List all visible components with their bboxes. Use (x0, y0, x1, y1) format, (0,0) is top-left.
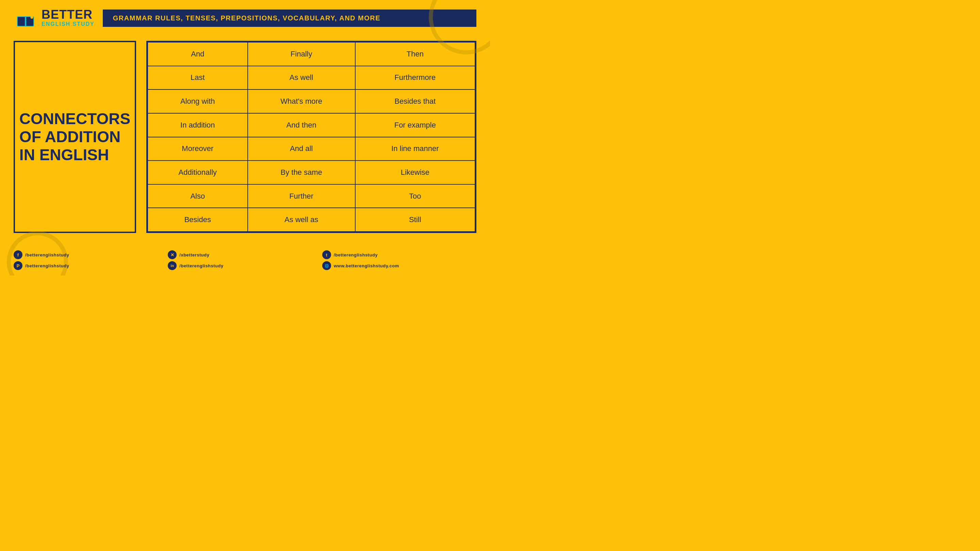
footer-twitter: ✕ /xbetterstudy (168, 250, 322, 259)
logo-area: BETTER ENGLISH STUDY (14, 6, 95, 30)
table-cell: In line manner (355, 137, 475, 161)
facebook-icon: f (14, 250, 22, 259)
footer-col-2: ✕ /xbetterstudy in /betterenglishstudy (168, 250, 322, 270)
table-cell: And (148, 42, 248, 66)
table-cell: In addition (148, 113, 248, 137)
table-cell: Likewise (355, 160, 475, 184)
svg-point-6 (30, 16, 33, 19)
table-cell: Besides (148, 208, 248, 232)
header-banner: GRAMMAR RULES, TENSES, PREPOSITIONS, VOC… (103, 10, 476, 27)
logo-english-study: ENGLISH STUDY (41, 21, 95, 27)
table-cell: And then (248, 113, 355, 137)
table-row: BesidesAs well asStill (148, 208, 475, 232)
table-row: AdditionallyBy the sameLikewise (148, 160, 475, 184)
table-container: AndFinallyThenLastAs wellFurthermoreAlon… (146, 41, 476, 233)
table-cell: Last (148, 66, 248, 90)
table-cell: As well as (248, 208, 355, 232)
left-box: CONNECTORS OF ADDITION IN ENGLISH (14, 41, 136, 233)
table-cell: Along with (148, 89, 248, 113)
linkedin-text: /betterenglishstudy (179, 263, 223, 268)
footer-linkedin: in /betterenglishstudy (168, 261, 322, 270)
table-cell: Furthermore (355, 66, 475, 90)
table-cell: Additionally (148, 160, 248, 184)
svg-rect-3 (25, 16, 26, 27)
left-title: CONNECTORS OF ADDITION IN ENGLISH (19, 110, 130, 164)
connectors-table: AndFinallyThenLastAs wellFurthermoreAlon… (147, 42, 476, 232)
table-cell: For example (355, 113, 475, 137)
table-cell: Still (355, 208, 475, 232)
table-row: AndFinallyThen (148, 42, 475, 66)
table-row: AlsoFurtherToo (148, 184, 475, 208)
table-cell: What's more (248, 89, 355, 113)
table-cell: Also (148, 184, 248, 208)
table-cell: By the same (248, 160, 355, 184)
footer-facebook: f /betterenglishstudy (14, 250, 168, 259)
table-cell: As well (248, 66, 355, 90)
twitter-icon: ✕ (168, 250, 177, 259)
footer-website: 🌐 www.betterenglishstudy.com (322, 261, 476, 270)
main-content: CONNECTORS OF ADDITION IN ENGLISH AndFin… (0, 34, 490, 240)
table-row: MoreoverAnd allIn line manner (148, 137, 475, 161)
logo-icon (14, 6, 37, 30)
footer: f /betterenglishstudy P /betterenglishst… (0, 245, 490, 275)
table-row: LastAs wellFurthermore (148, 66, 475, 90)
website-icon: 🌐 (322, 261, 331, 270)
table-cell: Besides that (355, 89, 475, 113)
tumblr-icon: t (322, 250, 331, 259)
pinterest-text: /betterenglishstudy (25, 263, 69, 268)
footer-pinterest: P /betterenglishstudy (14, 261, 168, 270)
website-text: www.betterenglishstudy.com (334, 263, 399, 268)
facebook-text: /betterenglishstudy (25, 252, 69, 257)
footer-tumblr: t /betterenglishstudy (322, 250, 476, 259)
table-cell: And all (248, 137, 355, 161)
logo-text: BETTER ENGLISH STUDY (41, 8, 95, 27)
header: BETTER ENGLISH STUDY GRAMMAR RULES, TENS… (0, 0, 490, 34)
table-cell: Further (248, 184, 355, 208)
header-banner-text: GRAMMAR RULES, TENSES, PREPOSITIONS, VOC… (113, 14, 380, 22)
table-row: Along withWhat's moreBesides that (148, 89, 475, 113)
footer-col-1: f /betterenglishstudy P /betterenglishst… (14, 250, 168, 270)
linkedin-icon: in (168, 261, 177, 270)
table-cell: Finally (248, 42, 355, 66)
logo-better: BETTER (41, 8, 95, 21)
table-row: In additionAnd thenFor example (148, 113, 475, 137)
tumblr-text: /betterenglishstudy (334, 252, 378, 257)
pinterest-icon: P (14, 261, 22, 270)
footer-col-3: t /betterenglishstudy 🌐 www.betterenglis… (322, 250, 476, 270)
table-cell: Moreover (148, 137, 248, 161)
twitter-text: /xbetterstudy (179, 252, 209, 257)
svg-rect-1 (18, 17, 25, 26)
table-cell: Too (355, 184, 475, 208)
